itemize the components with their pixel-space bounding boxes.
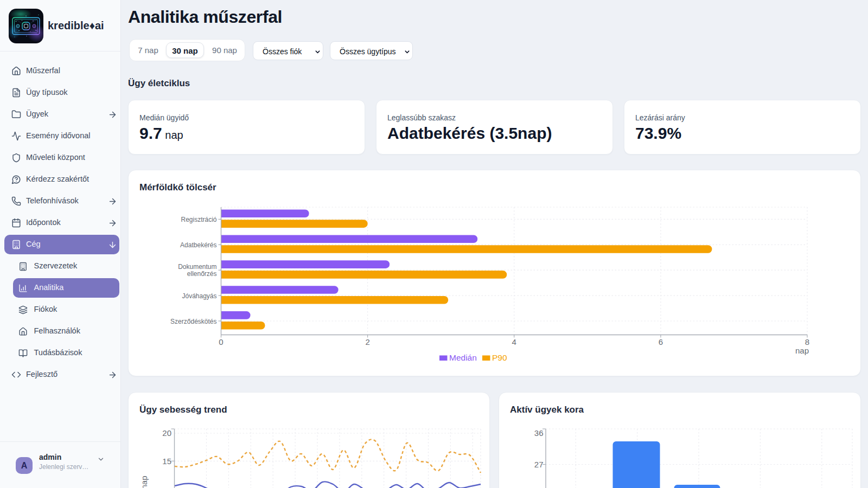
svg-text:4: 4 xyxy=(512,337,516,346)
svg-text:20: 20 xyxy=(162,428,171,438)
svg-text:Regisztráció: Regisztráció xyxy=(181,216,216,223)
svg-text:36: 36 xyxy=(534,428,544,438)
svg-text:Medián: Medián xyxy=(449,353,477,362)
svg-text:15: 15 xyxy=(162,457,171,466)
svg-text:2: 2 xyxy=(365,337,369,346)
svg-text:6: 6 xyxy=(659,337,663,346)
svg-text:Dokumentum: Dokumentum xyxy=(178,263,216,271)
svg-text:P90: P90 xyxy=(492,353,507,362)
svg-text:0: 0 xyxy=(219,337,223,346)
svg-text:Szerződéskötés: Szerződéskötés xyxy=(170,318,216,325)
svg-text:Adatbekérés: Adatbekérés xyxy=(180,241,216,249)
svg-text:8: 8 xyxy=(805,337,809,346)
svg-text:nap: nap xyxy=(795,346,809,355)
svg-text:27: 27 xyxy=(534,460,544,469)
svg-text:Jóváhagyás: Jóváhagyás xyxy=(182,292,216,300)
svg-text:nap: nap xyxy=(139,476,149,488)
svg-text:ellenőrzés: ellenőrzés xyxy=(187,270,217,278)
